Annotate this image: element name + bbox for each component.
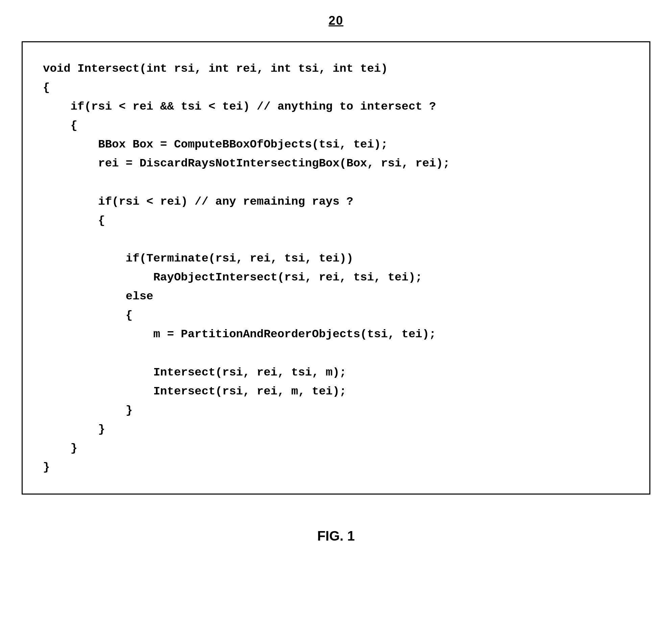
code-box: void Intersect(int rsi, int rei, int tsi…	[22, 41, 650, 495]
code-content: void Intersect(int rsi, int rei, int tsi…	[43, 59, 629, 477]
page-number: 20	[329, 14, 343, 28]
fig-label: FIG. 1	[317, 528, 355, 544]
